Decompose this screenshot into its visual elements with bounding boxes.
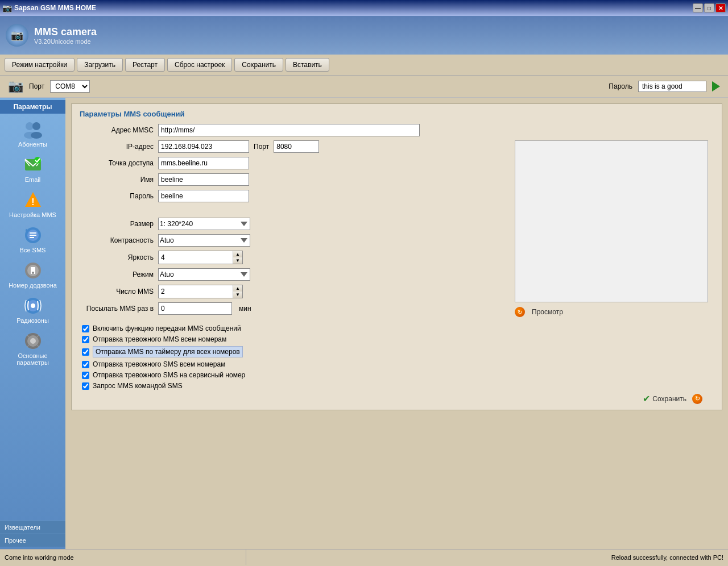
restart-button[interactable]: Рестарт (125, 58, 165, 72)
sidebar-item-dialup[interactable]: Номер додзвона (0, 257, 65, 292)
checkbox-row-1: Отправка тревожного MMS всем номерам (82, 335, 714, 343)
connect-arrow-icon[interactable] (712, 81, 720, 91)
size-label: Размер (80, 220, 154, 228)
save-row: ✔ Сохранить ↻ (80, 393, 714, 404)
mms-count-row: Число MMS ▲ ▼ (80, 285, 503, 298)
mms-count-down-btn[interactable]: ▼ (233, 292, 242, 298)
checkbox-label-2: Отправка MMS по таймеру для всех номеров (93, 346, 243, 357)
preview-icon: ↻ (515, 307, 525, 317)
title-bar: 📷 Sapsan GSM MMS HOME — □ ✕ (0, 0, 728, 16)
mmsc-label: Адрес MMSC (80, 126, 154, 134)
svg-point-1 (32, 122, 40, 130)
port-inline-input[interactable] (274, 140, 319, 153)
checkbox-row-5: Запрос MMS командой SMS (82, 382, 714, 390)
sidebar-label-radiozones: Радиозоны (16, 317, 49, 324)
checkbox-alarm-mms-all[interactable] (82, 336, 89, 343)
password-field-label: Пароль (80, 192, 154, 200)
mms-settings-icon: ! (23, 190, 43, 210)
dialup-icon (23, 260, 43, 281)
sidebar-label-email: Email (25, 176, 41, 183)
sidebar-item-all-sms[interactable]: Все SMS (0, 222, 65, 257)
sidebar-item-mms-settings[interactable]: ! Настройка MMS (0, 186, 65, 222)
sidebar-item-radiozones[interactable]: Радиозоны (0, 292, 65, 327)
sidebar-spacer (0, 369, 65, 521)
email-icon (23, 155, 43, 175)
status-left: Come into working mode (0, 550, 246, 565)
maximize-button[interactable]: □ (704, 3, 714, 13)
checkbox-label-0: Включить функцию передачи MMS сообщений (93, 324, 241, 332)
size-select[interactable]: 1: 320*240 (158, 218, 250, 230)
ip-input[interactable] (158, 140, 249, 153)
brightness-down-btn[interactable]: ▼ (233, 257, 242, 264)
sidebar-header: Параметры (0, 100, 65, 114)
close-button[interactable]: ✕ (715, 3, 726, 13)
checkbox-row-2: Отправка MMS по таймеру для всех номеров (82, 346, 714, 357)
checkbox-row-4: Отправка тревожного SMS на сервисный ном… (82, 371, 714, 379)
main-layout: Параметры Абоненты (0, 98, 728, 549)
minimize-button[interactable]: — (693, 3, 703, 13)
base-params-icon (23, 331, 43, 351)
sidebar-label-mms-settings: Настройка MMS (9, 211, 56, 218)
checkboxes-section: Включить функцию передачи MMS сообщений … (80, 324, 714, 390)
refresh-icon[interactable]: ↻ (692, 394, 702, 404)
checkbox-row-3: Отправка тревожного SMS всем номерам (82, 360, 714, 368)
save-settings-button[interactable]: Сохранить (234, 58, 283, 72)
app-logo-icon: 📷 (6, 24, 28, 47)
mms-interval-row: Посылать MMS раз в мин (80, 302, 503, 315)
app-title-block: MMS camera V3.20Unicode mode (34, 26, 97, 45)
mms-count-spinner: ▲ ▼ (158, 285, 243, 298)
brightness-input[interactable] (159, 251, 233, 264)
access-label: Точка доступа (80, 159, 154, 167)
sidebar-item-base-params[interactable]: Основные параметры (0, 327, 65, 369)
mms-panel: Параметры MMS сообщений Адрес MMSC IP-ад… (71, 103, 722, 410)
checkbox-mms-enable[interactable] (82, 325, 89, 332)
paste-button[interactable]: Вставить (286, 58, 329, 72)
access-row: Точка доступа (80, 157, 503, 169)
brightness-up-btn[interactable]: ▲ (233, 251, 242, 257)
port-select[interactable]: COM8 (50, 80, 90, 93)
contrast-select[interactable]: Atuo (158, 234, 250, 247)
mms-count-up-btn[interactable]: ▲ (233, 285, 242, 292)
checkbox-mms-sms-request[interactable] (82, 382, 89, 390)
form-left: IP-адрес Порт Точка доступа Имя (80, 140, 503, 319)
status-bar: Come into working mode Reload successful… (0, 549, 728, 565)
size-row: Размер 1: 320*240 (80, 218, 503, 230)
contrast-row: Контрасность Atuo (80, 234, 503, 247)
access-input[interactable] (158, 157, 249, 169)
password-field-input[interactable] (158, 190, 249, 202)
reset-settings-button[interactable]: Сброс настроек (167, 58, 232, 72)
svg-point-15 (31, 303, 35, 308)
title-bar-controls[interactable]: — □ ✕ (693, 3, 726, 13)
sidebar-item-other[interactable]: Прочее (0, 534, 65, 547)
preview-button[interactable]: Просмотр (528, 307, 566, 317)
checkbox-alarm-sms-all[interactable] (82, 361, 89, 368)
load-button[interactable]: Загрузить (77, 58, 123, 72)
toolbar: Режим настройки Загрузить Рестарт Сброс … (0, 55, 728, 76)
checkbox-alarm-sms-service[interactable] (82, 372, 89, 379)
sidebar-label-subscribers: Абоненты (18, 141, 47, 148)
password-label-top: Пароль (609, 82, 632, 90)
checkbox-timer-mms-all[interactable] (82, 348, 89, 356)
mode-select[interactable]: Atuo (158, 268, 250, 281)
name-label: Имя (80, 176, 154, 184)
password-input-top[interactable] (638, 81, 706, 92)
brightness-spinner: ▲ ▼ (158, 251, 243, 264)
mms-count-input[interactable] (159, 285, 233, 298)
save-button[interactable]: ✔ Сохранить (643, 393, 686, 404)
contrast-label: Контрасность (80, 236, 154, 244)
sidebar-label-base-params: Основные параметры (2, 352, 63, 366)
mmsc-input[interactable] (158, 124, 420, 136)
settings-mode-button[interactable]: Режим настройки (5, 58, 75, 72)
name-input[interactable] (158, 173, 249, 186)
mms-count-label: Число MMS (80, 288, 154, 296)
svg-point-0 (26, 122, 34, 130)
all-sms-icon (23, 225, 43, 245)
sidebar-item-subscribers[interactable]: Абоненты (0, 116, 65, 151)
title-bar-icon: 📷 (2, 3, 12, 13)
name-row: Имя (80, 173, 503, 186)
radiozones-icon (23, 296, 43, 316)
sidebar-item-email[interactable]: Email (0, 151, 65, 186)
sidebar-item-notifications[interactable]: Извещатели (0, 521, 65, 534)
mms-interval-input[interactable] (158, 302, 232, 315)
checkbox-label-3: Отправка тревожного SMS всем номерам (93, 360, 225, 368)
